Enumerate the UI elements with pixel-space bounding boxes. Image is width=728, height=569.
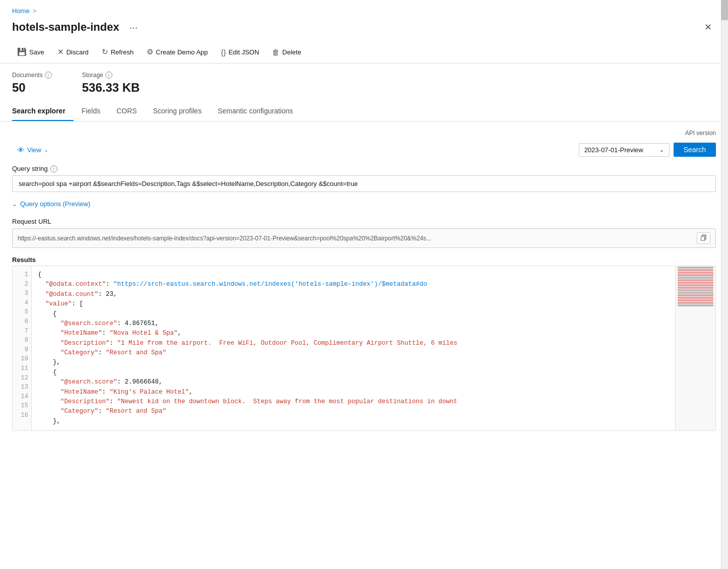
query-options-toggle[interactable]: ⌄ Query options (Preview) [12, 198, 716, 210]
toolbar: 💾 Save ✕ Discard ↻ Refresh ⚙ Create Demo… [0, 41, 728, 64]
result-line-9: "Category": "Resort and Spa" [38, 348, 709, 358]
view-search-row: 👁 View ⌄ 2023-07-01-Preview ⌄ Search [12, 143, 716, 157]
result-line-12: "@search.score": 2.9666648, [38, 377, 709, 387]
result-line-5: { [38, 309, 709, 319]
tab-fields[interactable]: Fields [74, 102, 108, 121]
scrollbar-thumb[interactable] [721, 0, 728, 20]
discard-icon: ✕ [57, 47, 64, 56]
api-version-label: API version [685, 130, 716, 137]
result-line-11: { [38, 368, 709, 377]
request-url-box: https://-eastus.search.windows.net/index… [12, 228, 716, 248]
storage-value: 536.33 KB [82, 81, 140, 95]
result-line-14: "Description": "Newest kid on the downto… [38, 397, 709, 407]
api-version-row: API version [12, 130, 716, 137]
tab-cors[interactable]: CORS [108, 102, 145, 121]
results-section: Results 12345 678910 1112131415 16 { "@o… [12, 256, 716, 431]
save-icon: 💾 [17, 47, 27, 56]
query-string-input[interactable] [12, 175, 716, 192]
page-wrapper: Home > hotels-sample-index ··· ✕ 💾 Save … [0, 0, 728, 569]
result-line-15: "Category": "Resort and Spa" [38, 407, 709, 416]
tab-search-explorer[interactable]: Search explorer [12, 102, 74, 121]
result-line-13: "HotelName": "King's Palace Hotel", [38, 388, 709, 397]
refresh-button[interactable]: ↻ Refresh [97, 45, 139, 59]
request-url-section: Request URL https://-eastus.search.windo… [12, 218, 716, 248]
scrollbar-track[interactable] [721, 0, 728, 569]
copy-url-button[interactable]: 🗍 [697, 232, 710, 244]
delete-icon: 🗑 [272, 48, 280, 56]
line-numbers: 12345 678910 1112131415 16 [13, 266, 32, 430]
tab-semantic-configurations[interactable]: Semantic configurations [210, 102, 301, 121]
documents-stat: Documents i 50 [12, 72, 52, 95]
result-line-4: "value": [ [38, 299, 709, 309]
result-line-16: }, [38, 417, 709, 426]
discard-button[interactable]: ✕ Discard [52, 45, 94, 59]
request-url-label: Request URL [12, 218, 51, 225]
create-demo-app-button[interactable]: ⚙ Create Demo App [142, 45, 213, 59]
breadcrumb-separator: > [33, 7, 37, 15]
view-label: View [27, 146, 41, 154]
storage-info-icon[interactable]: i [105, 72, 112, 79]
result-line-3: "@odata.count": 23, [38, 290, 709, 299]
results-container: 12345 678910 1112131415 16 { "@odata.con… [12, 266, 716, 431]
documents-label: Documents [12, 72, 43, 79]
storage-stat: Storage i 536.33 KB [82, 72, 140, 95]
api-version-select[interactable]: 2023-07-01-Preview ⌄ [579, 143, 670, 157]
breadcrumb-home[interactable]: Home [12, 7, 30, 15]
storage-label: Storage [82, 72, 103, 79]
delete-button[interactable]: 🗑 Delete [267, 45, 306, 59]
result-line-10: }, [38, 358, 709, 367]
search-button[interactable]: Search [674, 143, 716, 157]
tab-scoring-profiles[interactable]: Scoring profiles [145, 102, 210, 121]
result-line-6: "@search.score": 4.867651, [38, 319, 709, 329]
page-header: hotels-sample-index ··· ✕ [0, 18, 728, 41]
code-area: { "@odata.context": "https://srch-eastus… [32, 266, 715, 430]
result-line-2: "@odata.context": "https://srch-eastus.s… [38, 280, 709, 289]
query-options-label: Query options (Preview) [20, 200, 90, 208]
view-button[interactable]: 👁 View ⌄ [12, 143, 53, 157]
header-dots-menu[interactable]: ··· [129, 22, 138, 33]
result-line-7: "HotelName": "Nova Hotel & Spa", [38, 329, 709, 338]
tabs-bar: Search explorer Fields CORS Scoring prof… [0, 102, 728, 121]
query-string-label: Query string [12, 165, 48, 172]
query-string-field: Query string i [12, 165, 716, 192]
api-version-chevron-icon: ⌄ [659, 147, 664, 153]
search-explorer-panel: API version 👁 View ⌄ 2023-07-01-Preview … [0, 121, 728, 439]
page-title: hotels-sample-index [12, 21, 119, 34]
minimap [675, 266, 715, 430]
view-icon: 👁 [17, 146, 25, 154]
view-chevron-icon: ⌄ [44, 147, 48, 153]
save-button[interactable]: 💾 Save [12, 45, 49, 59]
refresh-icon: ↻ [102, 47, 108, 56]
stats-row: Documents i 50 Storage i 536.33 KB [0, 64, 728, 97]
breadcrumb: Home > [0, 0, 728, 18]
request-url-value: https://-eastus.search.windows.net/index… [18, 235, 693, 242]
results-label: Results [12, 256, 716, 264]
api-version-value: 2023-07-01-Preview [584, 146, 643, 154]
edit-json-button[interactable]: {} Edit JSON [216, 45, 264, 59]
query-options-chevron-icon: ⌄ [12, 201, 17, 208]
result-line-1: { [38, 270, 709, 280]
create-demo-icon: ⚙ [147, 47, 153, 56]
close-button[interactable]: ✕ [700, 20, 716, 35]
query-string-info-icon[interactable]: i [50, 165, 57, 172]
result-line-8: "Description": "1 Mile from the airport.… [38, 339, 709, 348]
documents-value: 50 [12, 81, 52, 95]
documents-info-icon[interactable]: i [45, 72, 52, 79]
edit-json-icon: {} [221, 48, 226, 56]
